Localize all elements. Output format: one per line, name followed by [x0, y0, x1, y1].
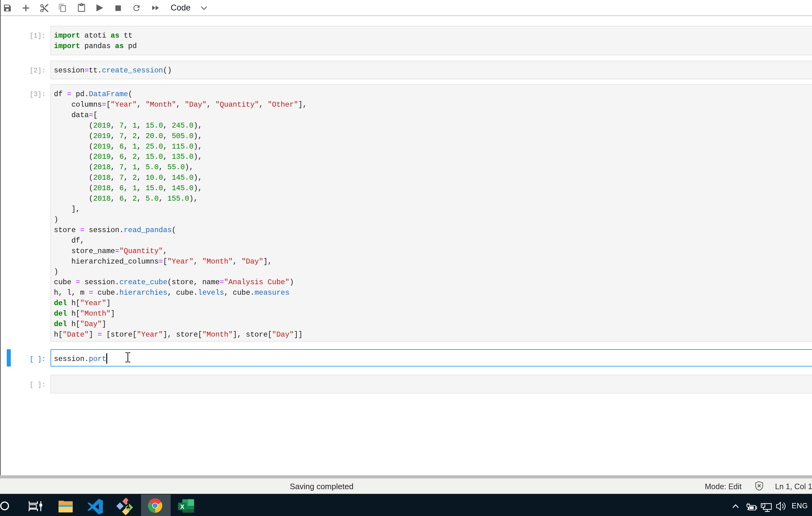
svg-text:X: X [180, 504, 184, 510]
